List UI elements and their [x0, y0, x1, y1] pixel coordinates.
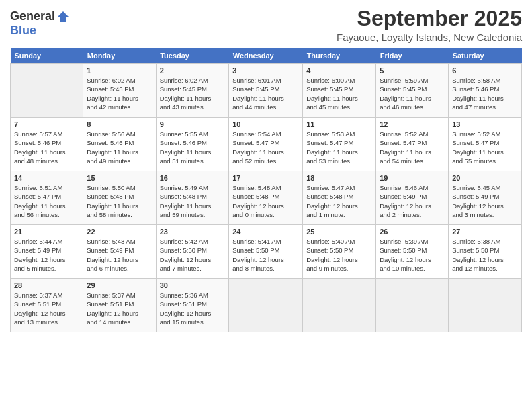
calendar-cell: [376, 279, 449, 332]
calendar-cell: 1Sunrise: 6:02 AMSunset: 5:45 PMDaylight…: [83, 64, 156, 118]
day-number: 6: [452, 66, 518, 75]
calendar-week-2: 7Sunrise: 5:57 AMSunset: 5:46 PMDaylight…: [11, 118, 522, 171]
calendar-header: Sunday Monday Tuesday Wednesday Thursday…: [11, 48, 522, 64]
day-info: Sunrise: 6:02 AMSunset: 5:45 PMDaylight:…: [87, 76, 152, 111]
day-number: 15: [87, 174, 152, 182]
logo-icon: [56, 10, 70, 24]
day-info: Sunrise: 5:47 AMSunset: 5:48 PMDaylight:…: [306, 183, 372, 219]
calendar-cell: 22Sunrise: 5:43 AMSunset: 5:49 PMDayligh…: [83, 225, 156, 279]
calendar-cell: 21Sunrise: 5:44 AMSunset: 5:49 PMDayligh…: [11, 225, 83, 279]
calendar-table: Sunday Monday Tuesday Wednesday Thursday…: [10, 48, 522, 332]
day-number: 27: [452, 228, 518, 236]
calendar-cell: 24Sunrise: 5:41 AMSunset: 5:50 PMDayligh…: [229, 225, 303, 279]
calendar-cell: [11, 64, 83, 118]
header-row: Sunday Monday Tuesday Wednesday Thursday…: [11, 48, 522, 64]
day-number: 28: [14, 281, 79, 289]
day-number: 11: [306, 120, 372, 128]
day-info: Sunrise: 5:37 AMSunset: 5:51 PMDaylight:…: [87, 291, 152, 326]
day-number: 18: [306, 174, 372, 182]
header: General Blue September 2025 Fayaoue, Loy…: [10, 7, 522, 43]
day-number: 20: [452, 174, 518, 182]
calendar-body: 1Sunrise: 6:02 AMSunset: 5:45 PMDaylight…: [11, 64, 522, 332]
header-friday: Friday: [376, 48, 449, 64]
calendar-cell: 15Sunrise: 5:50 AMSunset: 5:48 PMDayligh…: [83, 171, 156, 225]
calendar-cell: 12Sunrise: 5:52 AMSunset: 5:47 PMDayligh…: [376, 118, 449, 171]
day-info: Sunrise: 5:54 AMSunset: 5:47 PMDaylight:…: [232, 130, 299, 165]
day-info: Sunrise: 5:59 AMSunset: 5:45 PMDaylight:…: [380, 76, 445, 111]
day-info: Sunrise: 5:37 AMSunset: 5:51 PMDaylight:…: [14, 291, 79, 326]
calendar-cell: 20Sunrise: 5:45 AMSunset: 5:49 PMDayligh…: [449, 171, 522, 225]
day-number: 22: [87, 228, 152, 236]
calendar-cell: 8Sunrise: 5:56 AMSunset: 5:46 PMDaylight…: [83, 118, 156, 171]
calendar-week-5: 28Sunrise: 5:37 AMSunset: 5:51 PMDayligh…: [11, 279, 522, 332]
logo-general-text: General: [10, 9, 55, 24]
calendar-cell: 9Sunrise: 5:55 AMSunset: 5:46 PMDaylight…: [156, 118, 229, 171]
day-info: Sunrise: 5:42 AMSunset: 5:50 PMDaylight:…: [160, 237, 226, 273]
day-info: Sunrise: 5:36 AMSunset: 5:51 PMDaylight:…: [160, 291, 226, 326]
calendar-cell: 3Sunrise: 6:01 AMSunset: 5:45 PMDaylight…: [229, 64, 303, 118]
calendar-cell: 11Sunrise: 5:53 AMSunset: 5:47 PMDayligh…: [303, 118, 376, 171]
day-info: Sunrise: 5:39 AMSunset: 5:50 PMDaylight:…: [380, 237, 445, 273]
day-number: 23: [160, 228, 226, 236]
day-number: 17: [232, 174, 299, 182]
day-number: 25: [306, 228, 372, 236]
day-info: Sunrise: 5:43 AMSunset: 5:49 PMDaylight:…: [87, 237, 152, 273]
day-info: Sunrise: 5:38 AMSunset: 5:50 PMDaylight:…: [452, 237, 518, 273]
logo-blue-text: Blue: [10, 24, 36, 38]
day-number: 19: [380, 174, 445, 182]
calendar-cell: 18Sunrise: 5:47 AMSunset: 5:48 PMDayligh…: [303, 171, 376, 225]
calendar-week-1: 1Sunrise: 6:02 AMSunset: 5:45 PMDaylight…: [11, 64, 522, 118]
day-info: Sunrise: 5:49 AMSunset: 5:48 PMDaylight:…: [160, 183, 226, 219]
header-saturday: Saturday: [449, 48, 522, 64]
svg-marker-0: [58, 11, 69, 22]
day-info: Sunrise: 6:00 AMSunset: 5:45 PMDaylight:…: [306, 76, 372, 111]
day-number: 13: [452, 120, 518, 128]
day-number: 24: [232, 228, 299, 236]
day-info: Sunrise: 5:50 AMSunset: 5:48 PMDaylight:…: [87, 183, 152, 219]
subtitle: Fayaoue, Loyalty Islands, New Caledonia: [337, 32, 522, 43]
day-number: 9: [160, 120, 226, 128]
calendar-cell: 6Sunrise: 5:58 AMSunset: 5:46 PMDaylight…: [449, 64, 522, 118]
day-info: Sunrise: 5:58 AMSunset: 5:46 PMDaylight:…: [452, 76, 518, 111]
calendar-cell: 26Sunrise: 5:39 AMSunset: 5:50 PMDayligh…: [376, 225, 449, 279]
calendar-cell: 14Sunrise: 5:51 AMSunset: 5:47 PMDayligh…: [11, 171, 83, 225]
title-block: September 2025 Fayaoue, Loyalty Islands,…: [337, 7, 522, 43]
header-monday: Monday: [83, 48, 156, 64]
day-info: Sunrise: 5:52 AMSunset: 5:47 PMDaylight:…: [452, 130, 518, 165]
day-number: 8: [87, 120, 152, 128]
header-sunday: Sunday: [11, 48, 83, 64]
calendar-cell: 10Sunrise: 5:54 AMSunset: 5:47 PMDayligh…: [229, 118, 303, 171]
calendar-cell: [303, 279, 376, 332]
calendar-cell: 28Sunrise: 5:37 AMSunset: 5:51 PMDayligh…: [11, 279, 83, 332]
day-number: 5: [380, 66, 445, 75]
day-number: 30: [160, 281, 226, 289]
day-info: Sunrise: 5:53 AMSunset: 5:47 PMDaylight:…: [306, 130, 372, 165]
calendar-cell: 2Sunrise: 6:02 AMSunset: 5:45 PMDaylight…: [156, 64, 229, 118]
day-info: Sunrise: 5:45 AMSunset: 5:49 PMDaylight:…: [452, 183, 518, 219]
day-info: Sunrise: 5:46 AMSunset: 5:49 PMDaylight:…: [380, 183, 445, 219]
day-number: 26: [380, 228, 445, 236]
day-info: Sunrise: 5:52 AMSunset: 5:47 PMDaylight:…: [380, 130, 445, 165]
day-number: 10: [232, 120, 299, 128]
day-number: 29: [87, 281, 152, 289]
day-number: 21: [14, 228, 79, 236]
calendar-week-4: 21Sunrise: 5:44 AMSunset: 5:49 PMDayligh…: [11, 225, 522, 279]
day-info: Sunrise: 5:48 AMSunset: 5:48 PMDaylight:…: [232, 183, 299, 219]
day-info: Sunrise: 6:02 AMSunset: 5:45 PMDaylight:…: [160, 76, 226, 111]
calendar-cell: 27Sunrise: 5:38 AMSunset: 5:50 PMDayligh…: [449, 225, 522, 279]
calendar-cell: 5Sunrise: 5:59 AMSunset: 5:45 PMDaylight…: [376, 64, 449, 118]
main-title: September 2025: [337, 7, 522, 30]
day-number: 3: [232, 66, 299, 75]
calendar-cell: 17Sunrise: 5:48 AMSunset: 5:48 PMDayligh…: [229, 171, 303, 225]
calendar-cell: 13Sunrise: 5:52 AMSunset: 5:47 PMDayligh…: [449, 118, 522, 171]
day-info: Sunrise: 6:01 AMSunset: 5:45 PMDaylight:…: [232, 76, 299, 111]
calendar-cell: 23Sunrise: 5:42 AMSunset: 5:50 PMDayligh…: [156, 225, 229, 279]
day-number: 4: [306, 66, 372, 75]
day-number: 12: [380, 120, 445, 128]
header-thursday: Thursday: [303, 48, 376, 64]
day-number: 7: [14, 120, 79, 128]
day-number: 14: [14, 174, 79, 182]
day-info: Sunrise: 5:51 AMSunset: 5:47 PMDaylight:…: [14, 183, 79, 219]
page: General Blue September 2025 Fayaoue, Loy…: [0, 0, 532, 411]
day-number: 16: [160, 174, 226, 182]
